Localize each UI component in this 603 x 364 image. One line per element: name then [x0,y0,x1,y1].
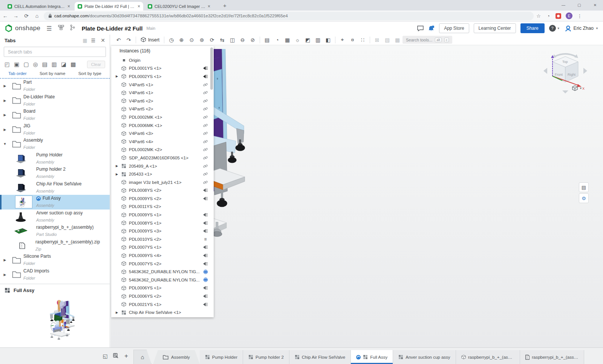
instance-row[interactable]: PDL0008YS <1> [113,219,214,227]
tab-close-icon[interactable]: × [138,4,140,9]
instance-row[interactable]: PDL0009YS <2> [113,194,214,203]
sort-tab-order[interactable]: Tab order [8,71,27,76]
browser-menu-icon[interactable]: ⋮ [575,13,585,19]
instance-row[interactable]: ▶205499_A <1> [113,162,214,170]
breadcrumb-tab-assembly[interactable]: Assembly [153,350,200,364]
maximize-button[interactable]: ▢ [571,0,587,10]
notifications-bell-icon[interactable] [428,25,435,32]
group-icon[interactable]: ⊙ [187,36,197,44]
instance-row[interactable]: PDL0007YS <1> [113,243,214,252]
reload-icon[interactable]: ⟳ [21,13,32,19]
appearance-icon[interactable]: ◧ [323,36,333,44]
measure-icon[interactable]: ⌖ [337,36,347,44]
sidebar-folder-de-lidder-plate[interactable]: ▶De-Lidder PlateFolder [0,93,110,108]
application-filter-icon[interactable]: ◎ [33,61,38,68]
rotate-right-arrow-icon[interactable] [583,68,587,74]
rotate-left-arrow-icon[interactable] [543,68,547,74]
sheet-metal-table-icon[interactable]: ⊠ [372,36,382,44]
chevron-down-icon[interactable]: ▼ [0,142,10,146]
instance-row[interactable]: ▶Chip Air Flow SelValve <1> [113,308,214,316]
instance-row[interactable]: PDL0006MK <1> [113,121,214,130]
back-icon[interactable]: ← [0,13,11,19]
document-tab-chip-air-flow-selvalve[interactable]: Chip Air Flow SelValve [289,350,351,364]
display-states-icon[interactable]: ∷ [358,36,368,44]
view-options-button[interactable]: ▼ [572,85,582,92]
planar-mate-icon[interactable]: ◫ [227,36,237,44]
sidebar-folder-cad-imports[interactable]: ▶CAD ImportsFolder [0,268,110,282]
chevron-right-icon[interactable]: ▶ [0,113,10,117]
instance-row[interactable]: SDP_A6D23M016DF0605 <1> [113,154,214,162]
show-all-panels-icon[interactable]: ◱ [100,351,110,361]
new-tab-button[interactable]: + [223,2,227,9]
sidebar-item-pump-holder-2[interactable]: Pump holder 2Assembly [0,166,110,180]
instance-row[interactable]: ▶PDL0002YS <1> [113,72,214,81]
document-tab-pump-holder[interactable]: Pump Holder [200,350,243,364]
instance-row[interactable]: V4Part5 <2> [113,105,214,113]
circular-pattern-icon[interactable]: ◔ [272,36,282,44]
search-tabs-icon[interactable] [111,351,121,361]
instance-row[interactable]: PDL0009YS <1> [113,211,214,219]
search-tabs-input[interactable] [7,49,103,55]
drawing-filter-icon[interactable]: ▥ [52,61,57,68]
document-tab-anver-suction-cup-assy[interactable]: Anver suction cup assy [393,350,456,364]
browser-tab[interactable]: Plate De-Lidder #2 Full | Full Assy× [75,2,143,11]
instance-row[interactable]: 5463K362_DURABLE NYLON TIG... [113,276,214,284]
part-studio-filter-icon[interactable]: ◰ [5,61,10,68]
bookmark-star-icon[interactable]: ☆ [534,13,543,19]
sidebar-item-full-assy[interactable]: Full AssyAssembly [0,195,110,210]
chevron-right-icon[interactable]: ▶ [116,164,121,168]
workspace-name[interactable]: Main [146,26,155,31]
create-tab-icon[interactable]: + [121,351,131,361]
context-menu-icon[interactable]: ≡ [204,237,207,242]
minimize-button[interactable]: — [556,0,571,10]
export-icon[interactable]: ▩ [392,36,403,44]
app-store-button[interactable]: App Store [439,23,469,33]
home-icon[interactable]: ⌂ [32,13,42,19]
instance-row[interactable]: V4Part6 <3> [113,129,214,138]
sidebar-item-anver-suction-cup-assy[interactable]: Anver suction cup assyAssembly [0,210,110,224]
undo-icon[interactable]: ↶ [113,36,124,44]
sidebar-folder-board[interactable]: ▶BoardFolder [0,108,110,122]
sidebar-item-pump-holder[interactable]: Pump HolderAssembly [0,151,110,166]
document-tab-raspberrypi-b-asse-[interactable]: raspberrypi_b_+_(asse... [456,350,520,364]
search-tabs-field[interactable] [4,47,106,57]
image-filter-icon[interactable]: ▩ [70,61,76,68]
instance-row[interactable]: V4Part6 <2> [113,97,214,105]
sidebar-folder-part[interactable]: ▶PartFolder [0,79,110,93]
instance-row[interactable]: PDL0007YS <2> [113,260,214,268]
instance-row[interactable]: PDL0006YS <2> [113,292,214,300]
viewcube-front-face[interactable]: Front [555,73,563,76]
mate-connector-icon[interactable]: ◷ [166,36,176,44]
sidebar-item-raspberrypi-b-assembly-zip[interactable]: raspberrypi_b_+_(assembly).zipZip [0,239,110,253]
instance-row[interactable]: PDL0010YS <2>≡ [113,235,214,243]
chevron-right-icon[interactable]: ▶ [0,128,10,132]
grid-view-icon[interactable]: ▦ [83,38,87,43]
cad-model[interactable] [212,49,498,343]
extension-icon[interactable]: ◔ [543,13,553,19]
instance-row[interactable]: PDL0008YS <2> [113,187,214,195]
chevron-right-icon[interactable]: ▶ [0,99,10,102]
assembly-filter-icon[interactable]: ▣ [14,61,19,68]
material-filter-icon[interactable]: ◪ [61,61,66,68]
instance-row[interactable]: PDL0021YS <1> [113,300,214,309]
comments-icon[interactable] [417,26,424,31]
instance-row[interactable]: Origin [113,56,214,64]
sidebar-folder-silicone-parts[interactable]: ▶Silicone PartsFolder [0,253,110,268]
chevron-right-icon[interactable]: ▶ [116,173,121,176]
configuration-panel-button[interactable]: ⚙ [579,193,589,203]
share-button[interactable]: Share [520,23,545,33]
instance-row[interactable]: V4Part5 <1> [113,81,214,89]
sidebar-folder-jig[interactable]: ▶JIGFolder [0,122,110,137]
chevron-right-icon[interactable]: ▶ [0,258,10,262]
sort-by-type[interactable]: Sort by type [78,71,101,76]
slider-mate-icon[interactable]: ⇆ [217,36,227,44]
rotate-down-arrow-icon[interactable] [562,90,568,93]
3d-viewport[interactable]: Instances (116) OriginPDL0001YS <1>▶PDL0… [110,45,603,347]
fastened-mate-icon[interactable]: ⊚ [197,36,207,44]
forward-icon[interactable]: → [11,13,21,19]
viewcube-right-face[interactable]: Right [568,73,576,76]
bom-table-icon[interactable]: ▥ [313,36,323,44]
document-tab-pump-holder-2[interactable]: Pump holder 2 [243,350,289,364]
instance-row[interactable]: V4Part6 <4> [113,138,214,146]
chevron-right-icon[interactable]: ▶ [0,84,10,88]
